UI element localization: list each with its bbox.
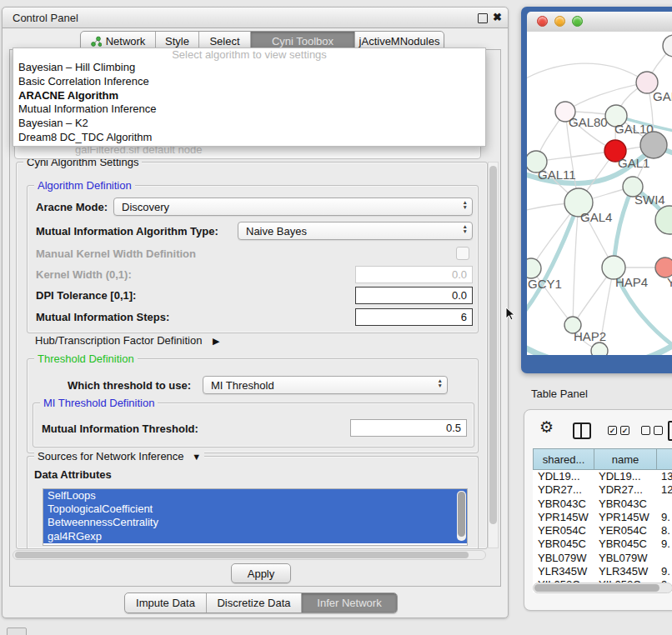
attribute-item[interactable]: BetweennessCentrality: [43, 516, 467, 529]
algorithm-option[interactable]: Dream8 DC_TDC Algorithm: [13, 131, 485, 145]
sources-title-label: Sources for Network Inference: [38, 450, 184, 462]
aracne-mode-combobox[interactable]: Discovery ▲▼: [113, 198, 473, 216]
cell-value[interactable]: 9.: [656, 538, 672, 551]
close-traffic-light[interactable]: [537, 16, 548, 27]
cell-shared-name[interactable]: YBR043C: [533, 498, 594, 511]
kernel-width-field[interactable]: 0.0: [355, 266, 473, 283]
algorithm-option[interactable]: Bayesian – K2: [13, 117, 485, 131]
sources-group-title[interactable]: Sources for Network Inference ▼: [34, 450, 204, 462]
cell-shared-name[interactable]: YLR345W: [533, 565, 594, 578]
cell-value[interactable]: 9.: [656, 565, 672, 578]
table-row[interactable]: YBL079W YBL079W: [533, 552, 672, 565]
mi-algorithm-type-value: Naive Bayes: [246, 225, 307, 238]
network-node[interactable]: [591, 342, 608, 355]
cell-name[interactable]: YPR145W: [594, 511, 656, 524]
algorithm-select-placeholder: Select algorithm to view settings: [13, 48, 485, 61]
cell-name[interactable]: YBL079W: [594, 552, 656, 565]
table-row[interactable]: YBR043C YBR043C: [533, 498, 672, 511]
cell-value[interactable]: 13: [656, 470, 672, 483]
collapsed-panel-button[interactable]: [7, 628, 27, 635]
export-table-icon[interactable]: [668, 421, 672, 441]
algorithm-select-popup: Select algorithm to view settings Bayesi…: [13, 48, 486, 147]
table-row[interactable]: YDL19... YDL19... 13: [533, 470, 672, 483]
cell-name[interactable]: YDL19...: [594, 470, 656, 483]
threshold-definition-group: Threshold Definition Which threshold to …: [27, 358, 479, 453]
table-row[interactable]: YLR345W YLR345W 9.: [533, 565, 672, 578]
zoom-traffic-light[interactable]: [572, 16, 583, 27]
cell-value[interactable]: 9.: [656, 511, 672, 524]
attribute-item[interactable]: SelfLoops: [43, 489, 467, 502]
cell-value[interactable]: 8.: [656, 524, 672, 538]
mi-steps-label: Mutual Information Steps:: [36, 311, 169, 323]
dpi-tolerance-field[interactable]: 0.0: [355, 287, 473, 304]
network-node-gcy1[interactable]: [527, 258, 541, 278]
close-icon[interactable]: ✖: [493, 11, 502, 24]
combobox-stepper-icon: ▲▼: [463, 224, 468, 233]
attribute-item[interactable]: gal4RGexp: [43, 530, 467, 543]
algorithm-option[interactable]: Mutual Information Inference: [13, 102, 485, 117]
column-header-name[interactable]: name: [594, 449, 657, 469]
mi-threshold-field[interactable]: 0.5: [350, 419, 467, 437]
cell-shared-name[interactable]: YER054C: [533, 524, 594, 538]
column-header-shared-name[interactable]: shared...: [534, 449, 594, 469]
cyni-algorithm-settings-group: Cyni Algorithm Settings Algorithm Defini…: [16, 162, 488, 549]
cell-shared-name[interactable]: YPR145W: [533, 511, 594, 524]
table-row[interactable]: YBR045C YBR045C 9.: [533, 538, 672, 551]
manual-kernel-width-checkbox[interactable]: [456, 247, 469, 260]
minimize-traffic-light[interactable]: [554, 16, 565, 27]
gear-icon[interactable]: ⚙: [539, 418, 554, 437]
cell-name[interactable]: YLR345W: [594, 565, 656, 578]
cell-name[interactable]: YER054C: [594, 524, 656, 538]
apply-button[interactable]: Apply: [231, 563, 291, 583]
network-node[interactable]: [663, 35, 672, 57]
deselect-all-checks-icon[interactable]: [641, 426, 663, 435]
columns-icon[interactable]: [573, 422, 591, 439]
table-row[interactable]: YDR27... YDR27... 12: [533, 483, 672, 497]
network-node-label: SWI4: [634, 192, 665, 207]
settings-horizontal-scrollbar[interactable]: [13, 550, 486, 560]
tab-jactivemnodules-label: jActiveMNodules: [359, 35, 440, 48]
expanded-arrow-icon: ▼: [192, 452, 201, 462]
cell-shared-name[interactable]: YBR045C: [533, 538, 594, 551]
cell-shared-name[interactable]: YDL19...: [533, 470, 594, 483]
threshold-definition-title: Threshold Definition: [34, 352, 138, 365]
screen-root: Control Panel ✖ Network Style Select: [0, 0, 672, 635]
select-all-checks-icon[interactable]: ✓✓: [608, 426, 629, 435]
combobox-stepper-icon: ▲▼: [438, 378, 443, 388]
mi-threshold-group-title: MI Threshold Definition: [40, 397, 158, 409]
tab-infer-network[interactable]: Infer Network: [302, 593, 397, 612]
network-canvas[interactable]: GALGAL80GAL10GAL1GAL11SWI4GAL4GCY1HAP4YH…: [527, 32, 672, 355]
tab-select-label: Select: [209, 35, 239, 48]
tab-impute-data[interactable]: Impute Data: [125, 593, 207, 612]
table-horizontal-scrollbar[interactable]: [533, 582, 672, 593]
attributes-list-scrollbar[interactable]: [457, 491, 466, 541]
network-icon: [91, 36, 102, 47]
cell-value[interactable]: [656, 498, 672, 511]
cell-value[interactable]: [656, 552, 672, 565]
settings-vertical-scrollbar[interactable]: [488, 162, 499, 548]
column-header-clipped[interactable]: [657, 449, 672, 469]
tab-discretize-data[interactable]: Discretize Data: [207, 593, 302, 612]
mi-steps-field[interactable]: 6: [355, 308, 473, 326]
hub-definition-toggle[interactable]: Hub/Transcription Factor Definition ▶: [35, 334, 219, 347]
cell-name[interactable]: YBR045C: [594, 538, 656, 551]
cell-shared-name[interactable]: YDR27...: [533, 483, 594, 497]
float-window-icon[interactable]: [478, 13, 488, 23]
mi-algorithm-type-combobox[interactable]: Naive Bayes ▲▼: [238, 222, 473, 240]
data-attributes-list: SelfLoops TopologicalCoefficient Between…: [43, 488, 468, 546]
hub-definition-label: Hub/Transcription Factor Definition: [35, 334, 202, 347]
table-row[interactable]: YER054C YER054C 8.: [533, 524, 672, 538]
algorithm-option-highlighted[interactable]: ARACNE Algorithm: [13, 89, 485, 103]
algorithm-option[interactable]: Bayesian – Hill Climbing: [13, 61, 485, 75]
cell-value[interactable]: 12: [656, 483, 672, 497]
table-row[interactable]: YPR145W YPR145W 9.: [533, 511, 672, 524]
table-body: YDL19... YDL19... 13 YDR27... YDR27... 1…: [533, 470, 672, 592]
attribute-item[interactable]: TopologicalCoefficient: [43, 502, 467, 516]
which-threshold-combobox[interactable]: MI Threshold ▲▼: [203, 376, 448, 394]
cell-shared-name[interactable]: YBL079W: [533, 552, 594, 565]
algorithm-option[interactable]: Basic Correlation Inference: [13, 75, 485, 89]
cell-name[interactable]: YBR043C: [594, 498, 656, 511]
network-node[interactable]: [640, 132, 667, 158]
table-header-row: shared... name: [533, 448, 672, 470]
cell-name[interactable]: YDR27...: [594, 483, 656, 497]
